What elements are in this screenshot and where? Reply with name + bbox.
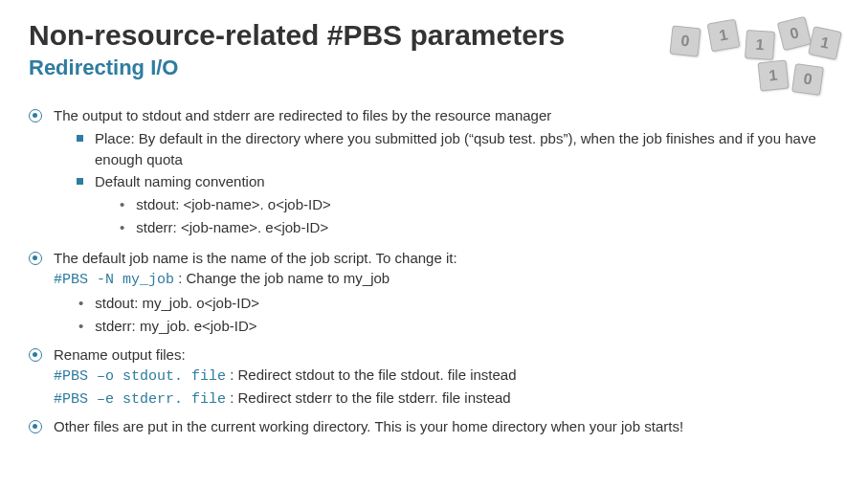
bullet-icon xyxy=(29,348,42,362)
list-item-text: Default naming convention xyxy=(95,173,265,189)
code-desc: : Change the job name to my_job xyxy=(174,270,389,286)
list-item-text: stdout: <job-name>. o<job-ID> xyxy=(136,194,330,215)
list-item: • stderr: <job-name>. e<job-ID> xyxy=(120,217,839,238)
list-item: • stdout: <job-name>. o<job-ID> xyxy=(120,194,839,215)
code-text: #PBS -N my_job xyxy=(54,272,174,288)
slide-content: The output to stdout and stderr are redi… xyxy=(29,105,839,437)
cube-icon: 0 xyxy=(777,16,812,51)
code-desc: : Redirect stderr to the file stderr. fi… xyxy=(226,389,511,406)
page-title: Non-resource-related #PBS parameters xyxy=(29,19,667,52)
decorative-cubes: 0 1 1 0 1 1 0 xyxy=(667,19,839,105)
list-item: Rename output files: #PBS –o stdout. fil… xyxy=(29,344,839,410)
cube-icon: 0 xyxy=(670,26,701,57)
bullet-icon xyxy=(29,420,42,433)
cube-icon: 1 xyxy=(745,30,775,60)
list-item: • stderr: my_job. e<job-ID> xyxy=(78,316,839,337)
cube-icon: 1 xyxy=(707,19,741,53)
cube-icon: 0 xyxy=(791,63,824,96)
cube-icon: 1 xyxy=(808,26,842,60)
list-item-text: The output to stdout and stderr are redi… xyxy=(54,107,551,123)
bullet-icon xyxy=(29,109,42,122)
bullet-icon: • xyxy=(120,217,124,238)
list-item: Place: By default in the directory where… xyxy=(77,128,839,170)
list-item: • stdout: my_job. o<job-ID> xyxy=(78,293,839,314)
list-item: The output to stdout and stderr are redi… xyxy=(29,105,839,242)
list-item-text: Other files are put in the current worki… xyxy=(54,418,683,434)
list-item: Default naming convention • stdout: <job… xyxy=(77,171,839,239)
bullet-icon: • xyxy=(120,194,124,215)
code-desc: : Redirect stdout to the file stdout. fi… xyxy=(226,366,517,383)
bullet-icon xyxy=(77,178,83,185)
bullet-icon: • xyxy=(78,293,83,314)
bullet-icon xyxy=(77,135,83,142)
list-item: The default job name is the name of the … xyxy=(29,248,839,339)
list-item-text: stderr: <job-name>. e<job-ID> xyxy=(136,217,328,238)
cube-icon: 1 xyxy=(758,60,790,92)
bullet-icon: • xyxy=(78,316,83,337)
bullet-icon xyxy=(29,252,42,265)
list-item-text: stdout: my_job. o<job-ID> xyxy=(95,293,259,314)
page-subtitle: Redirecting I/O xyxy=(29,55,667,80)
code-text: #PBS –e stderr. file xyxy=(54,391,226,408)
list-item-text: Place: By default in the directory where… xyxy=(95,128,839,170)
code-text: #PBS –o stdout. file xyxy=(54,368,226,385)
list-item-text: The default job name is the name of the … xyxy=(54,250,457,266)
list-item: Other files are put in the current worki… xyxy=(29,416,839,437)
list-item-text: stderr: my_job. e<job-ID> xyxy=(95,316,256,337)
list-item-text: Rename output files: xyxy=(54,346,186,363)
